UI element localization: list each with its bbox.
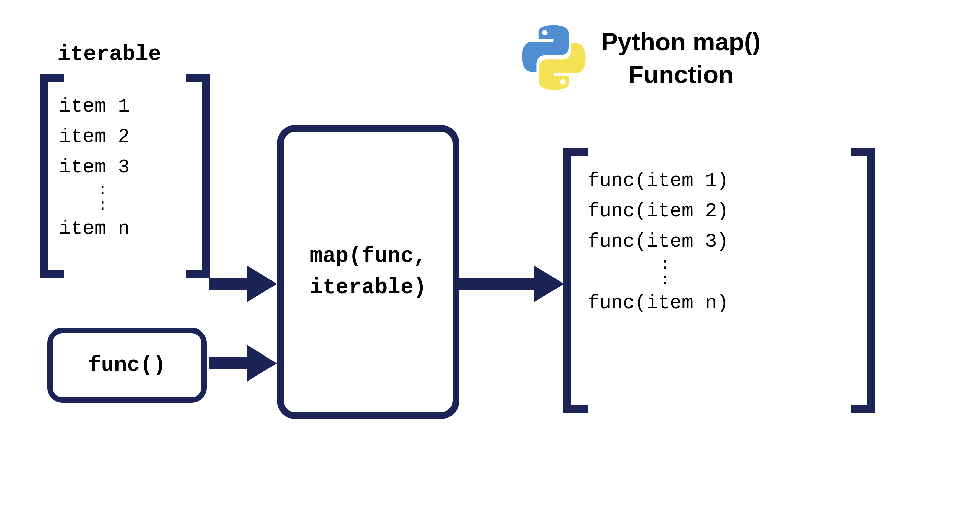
arrow-func-to-map (209, 345, 277, 382)
result-item: func(item 3) (588, 226, 729, 257)
result-item: func(item n) (588, 288, 729, 318)
iterable-item: item 3 (59, 152, 130, 182)
iterable-item: item 1 (59, 91, 130, 122)
iterable-item: item 2 (59, 122, 130, 152)
iterable-item: item n (59, 214, 130, 244)
ellipsis-icon: : (59, 182, 130, 198)
map-label: map(func, iterable) (310, 241, 426, 303)
title-line-1: Python map() (601, 26, 761, 58)
svg-rect-0 (64, 74, 186, 82)
result-item: func(item 2) (588, 196, 729, 226)
iterable-label: iterable (57, 42, 161, 67)
result-items: func(item 1) func(item 2) func(item 3) :… (588, 166, 729, 318)
map-box: map(func, iterable) (277, 125, 459, 419)
ellipsis-icon: : (588, 257, 729, 273)
result-item: func(item 1) (588, 166, 729, 196)
python-logo-icon (520, 24, 588, 93)
arrow-iterable-to-map (209, 265, 277, 303)
title-text: Python map() Function (601, 26, 761, 91)
ellipsis-icon: : (588, 273, 729, 288)
title-line-2: Function (601, 59, 761, 91)
arrow-map-to-result (459, 265, 564, 303)
ellipsis-icon: : (59, 198, 130, 214)
func-label: func() (88, 353, 166, 378)
iterable-items: item 1 item 2 item 3 : : item n (59, 91, 130, 244)
func-box: func() (47, 328, 207, 403)
diagram-title: Python map() Function (520, 24, 761, 93)
